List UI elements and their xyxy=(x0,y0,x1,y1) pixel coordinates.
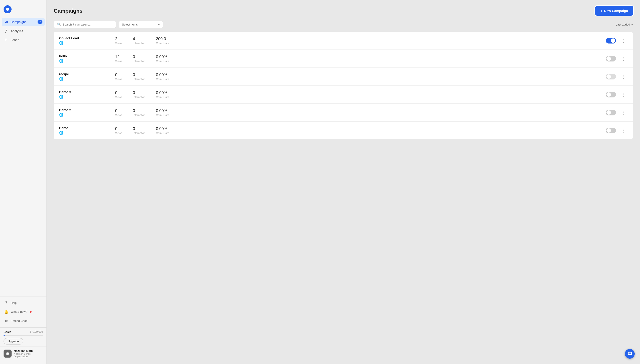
campaign-toggle[interactable] xyxy=(606,92,616,98)
more-options-button[interactable]: ⋮ xyxy=(619,74,627,80)
campaign-card[interactable]: Demo 2 🌐 0 Views 0 Interaction 0.00% Con… xyxy=(54,104,633,122)
campaign-list: Collect Lead 🌐 2 Views 4 Interaction 200… xyxy=(54,32,633,140)
campaign-card[interactable]: Demo 3 🌐 0 Views 0 Interaction 0.00% Con… xyxy=(54,86,633,104)
campaign-card[interactable]: recipe 🌐 0 Views 0 Interaction 0.00% Con… xyxy=(54,68,633,86)
folder-icon: 🗂 xyxy=(4,20,9,24)
interaction-value: 4 xyxy=(133,36,145,41)
interaction-label: Interaction xyxy=(133,60,145,63)
main-header: Campaigns + New Campaign xyxy=(54,6,633,15)
sort-chevron-icon: ▾ xyxy=(631,23,633,26)
campaign-actions: ⋮ xyxy=(606,92,627,98)
chart-icon: ╱ xyxy=(4,29,9,33)
views-stat: 2 Views xyxy=(115,36,122,45)
globe-icon: 🌐 xyxy=(59,131,108,135)
sidebar-item-leads-label: Leads xyxy=(11,38,19,42)
conv-rate-label: Conv. Rate xyxy=(156,42,169,45)
views-stat: 0 Views xyxy=(115,90,122,99)
search-box[interactable]: 🔍 xyxy=(54,21,116,28)
globe-icon: 🌐 xyxy=(59,41,108,45)
sidebar-item-help[interactable]: ? Help xyxy=(2,298,45,307)
new-campaign-label: New Campaign xyxy=(604,9,628,13)
interaction-stat: 0 Interaction xyxy=(133,72,145,81)
plan-bar-background xyxy=(4,335,43,336)
plan-section: Basic 3 / 100.000 Upgrade xyxy=(0,328,47,346)
sidebar-item-campaigns-label: Campaigns xyxy=(11,20,27,24)
campaign-card[interactable]: Demo 🌐 0 Views 0 Interaction 0.00% Conv.… xyxy=(54,122,633,140)
plan-header: Basic 3 / 100.000 xyxy=(4,330,43,334)
views-value: 0 xyxy=(115,108,122,113)
campaign-toggle[interactable] xyxy=(606,128,616,134)
chevron-down-icon: ▾ xyxy=(158,23,160,26)
views-value: 2 xyxy=(115,36,122,41)
user-name: Nazlican Berk xyxy=(14,349,43,352)
chat-bubble-button[interactable] xyxy=(625,349,635,359)
upgrade-button[interactable]: Upgrade xyxy=(4,338,23,344)
select-items-label: Select items xyxy=(122,23,138,26)
logo-area xyxy=(0,4,47,18)
campaign-toggle[interactable] xyxy=(606,38,616,44)
bell-icon: 🔔 xyxy=(4,310,9,314)
campaign-name: recipe xyxy=(59,72,108,76)
select-items-dropdown[interactable]: Select items ▾ xyxy=(119,21,163,28)
sidebar-item-campaigns[interactable]: 🗂 Campaigns 7 xyxy=(2,18,45,26)
more-options-button[interactable]: ⋮ xyxy=(619,92,627,98)
conv-rate-stat: 0.00% Conv. Rate xyxy=(156,90,169,99)
more-options-button[interactable]: ⋮ xyxy=(619,110,627,116)
sort-label: Last added xyxy=(616,23,630,26)
conv-rate-stat: 0.00% Conv. Rate xyxy=(156,108,169,117)
more-options-button[interactable]: ⋮ xyxy=(619,128,627,134)
campaign-card[interactable]: hello 🌐 12 Views 0 Interaction 0.00% Con… xyxy=(54,50,633,68)
sort-control[interactable]: Last added ▾ xyxy=(616,23,633,26)
campaign-toggle[interactable] xyxy=(606,56,616,62)
interaction-stat: 0 Interaction xyxy=(133,108,145,117)
help-icon: ? xyxy=(4,301,9,305)
views-label: Views xyxy=(115,96,122,99)
page-title: Campaigns xyxy=(54,8,82,14)
views-value: 0 xyxy=(115,72,122,77)
conv-rate-label: Conv. Rate xyxy=(156,114,169,117)
sidebar-item-whats-new-label: What's new? xyxy=(11,310,27,314)
campaign-card[interactable]: Collect Lead 🌐 2 Views 4 Interaction 200… xyxy=(54,32,633,50)
campaign-name: Demo 3 xyxy=(59,90,108,94)
filter-bar: 🔍 Select items ▾ Last added ▾ xyxy=(54,21,633,28)
interaction-stat: 0 Interaction xyxy=(133,54,145,63)
user-section: Nazlican Berk Nazlican Berk's Organizati… xyxy=(0,346,47,360)
conv-rate-label: Conv. Rate xyxy=(156,132,169,135)
user-org: Nazlican Berk's Organization xyxy=(14,352,43,358)
views-stat: 0 Views xyxy=(115,126,122,135)
interaction-label: Interaction xyxy=(133,114,145,117)
conv-rate-stat: 0.00% Conv. Rate xyxy=(156,126,169,135)
campaign-toggle[interactable] xyxy=(606,74,616,80)
plan-usage: 3 / 100.000 xyxy=(30,330,43,334)
search-input[interactable] xyxy=(63,23,113,26)
more-options-button[interactable]: ⋮ xyxy=(619,56,627,62)
views-stat: 12 Views xyxy=(115,54,122,63)
main-nav: 🗂 Campaigns 7 ╱ Analytics 🗋 Leads xyxy=(0,18,47,295)
campaign-toggle[interactable] xyxy=(606,110,616,116)
svg-rect-1 xyxy=(7,352,9,354)
campaign-stats: 0 Views 0 Interaction 0.00% Conv. Rate xyxy=(115,108,606,117)
more-options-button[interactable]: ⋮ xyxy=(619,38,627,44)
leads-icon: 🗋 xyxy=(4,38,9,42)
campaign-actions: ⋮ xyxy=(606,74,627,80)
sidebar-item-whats-new[interactable]: 🔔 What's new? xyxy=(2,308,45,316)
search-icon: 🔍 xyxy=(57,23,61,26)
views-stat: 0 Views xyxy=(115,72,122,81)
interaction-label: Interaction xyxy=(133,96,145,99)
user-info: Nazlican Berk Nazlican Berk's Organizati… xyxy=(14,349,43,358)
campaign-stats: 12 Views 0 Interaction 0.00% Conv. Rate xyxy=(115,54,606,63)
plus-icon: + xyxy=(600,9,602,13)
new-campaign-button[interactable]: + New Campaign xyxy=(595,6,633,15)
views-value: 12 xyxy=(115,54,122,59)
campaign-info: Demo 🌐 xyxy=(59,126,108,135)
main-content: Campaigns + New Campaign 🔍 Select items … xyxy=(47,0,640,364)
sidebar-bottom-nav: ? Help 🔔 What's new? ⊕ Embed Code xyxy=(0,296,47,328)
sidebar-item-leads[interactable]: 🗋 Leads xyxy=(2,36,45,44)
interaction-stat: 0 Interaction xyxy=(133,90,145,99)
campaign-info: Collect Lead 🌐 xyxy=(59,36,108,45)
sidebar-item-embed-code[interactable]: ⊕ Embed Code xyxy=(2,316,45,325)
campaign-info: Demo 3 🌐 xyxy=(59,90,108,99)
sidebar-item-analytics[interactable]: ╱ Analytics xyxy=(2,27,45,35)
campaign-name: Collect Lead xyxy=(59,36,108,40)
app-logo[interactable] xyxy=(4,5,12,13)
